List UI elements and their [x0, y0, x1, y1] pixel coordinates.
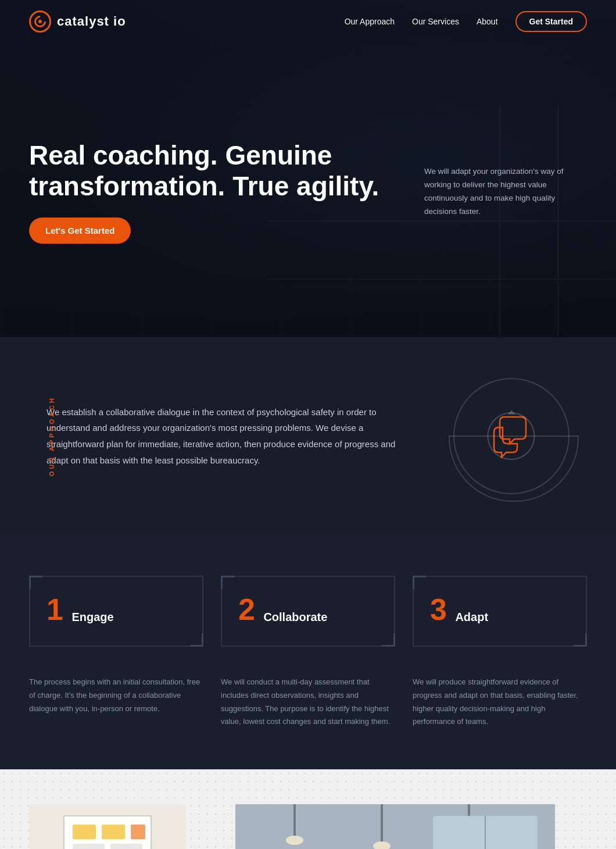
logo-icon: [29, 10, 51, 33]
step-card-3: 3 Adapt: [413, 576, 587, 647]
step-number-3: 3: [430, 594, 447, 625]
svg-marker-6: [507, 410, 515, 415]
chat-icon: [485, 410, 538, 462]
approach-icon-container: [436, 378, 587, 494]
hero-section: Real coaching. Genuine transformation. T…: [0, 0, 616, 337]
svg-rect-12: [102, 825, 125, 839]
hero-content: Real coaching. Genuine transformation. T…: [0, 94, 616, 244]
svg-rect-11: [73, 825, 96, 839]
step-desc-1: The process begins with an initial consu…: [29, 676, 203, 729]
approach-section: OUR APPROACH We establish a collaborativ…: [0, 337, 616, 535]
steps-section: 1 Engage 2 Collaborate 3 Adapt The proce…: [0, 535, 616, 769]
svg-rect-15: [110, 844, 142, 849]
step-number-2: 2: [238, 594, 255, 625]
svg-rect-27: [381, 804, 383, 845]
svg-rect-14: [73, 844, 105, 849]
step-title-2: Collaborate: [263, 611, 327, 623]
steps-grid: 1 Engage 2 Collaborate 3 Adapt: [29, 576, 587, 647]
svg-rect-25: [293, 804, 296, 839]
hero-cta-button[interactable]: Let's Get Started: [29, 217, 131, 244]
icon-circle: [453, 378, 570, 494]
step-number-1: 1: [46, 594, 63, 625]
whiteboard-scene-svg: [29, 804, 186, 849]
hero-description: We will adapt your organization's way of…: [424, 165, 587, 219]
photo-whiteboard: [29, 804, 186, 849]
nav-link-about[interactable]: About: [477, 17, 498, 26]
steps-descriptions: The process begins with an initial consu…: [29, 676, 587, 729]
step-card-1: 1 Engage: [29, 576, 203, 647]
approach-body: We establish a collaborative dialogue in…: [46, 404, 401, 469]
step-card-2: 2 Collaborate: [221, 576, 395, 647]
hero-left: Real coaching. Genuine transformation. T…: [29, 140, 401, 244]
nav-cta-button[interactable]: Get Started: [515, 11, 587, 32]
photo-conference: [203, 804, 587, 849]
nav-link-approach[interactable]: Our Approach: [345, 17, 395, 26]
approach-label: OUR APPROACH: [48, 396, 55, 476]
hero-title: Real coaching. Genuine transformation. T…: [29, 140, 401, 202]
svg-point-26: [286, 836, 303, 845]
logo[interactable]: catalyst io: [29, 10, 126, 33]
hero-right: We will adapt your organization's way of…: [424, 165, 587, 219]
nav-links: Our Approach Our Services About Get Star…: [345, 11, 587, 32]
navbar: catalyst io Our Approach Our Services Ab…: [0, 0, 616, 43]
approach-text: We establish a collaborative dialogue in…: [29, 404, 401, 469]
logo-svg: [35, 17, 45, 26]
step-title-1: Engage: [71, 611, 113, 623]
step-desc-3: We will produce straightforward evidence…: [413, 676, 587, 729]
step-desc-2: We will conduct a multi-day assessment t…: [221, 676, 395, 729]
svg-point-0: [38, 20, 42, 23]
conference-scene-svg: [203, 804, 587, 849]
nav-link-services[interactable]: Our Services: [412, 17, 459, 26]
step-title-3: Adapt: [455, 611, 488, 623]
photos-section: [0, 769, 616, 849]
logo-text: catalyst io: [57, 14, 126, 29]
photos-container: [29, 804, 587, 849]
svg-rect-13: [131, 825, 145, 839]
